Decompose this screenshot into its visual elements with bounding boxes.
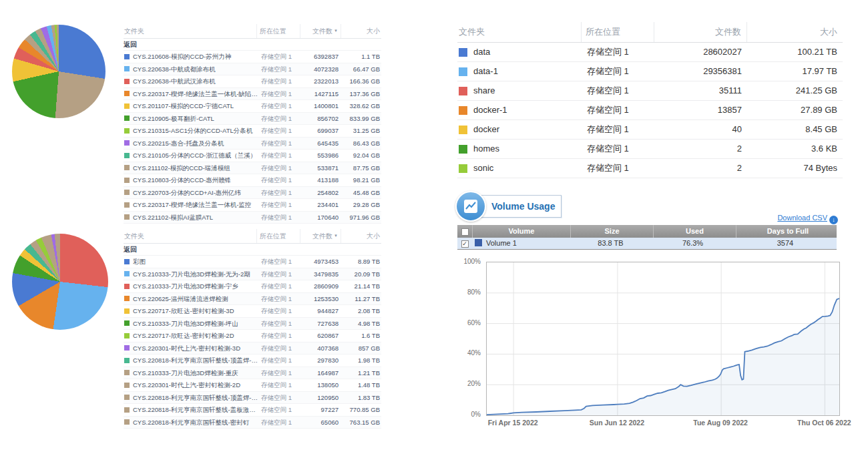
- folder-row[interactable]: CYS.220638-中航武汉涂布机 存储空间 1 2322013 166.36…: [124, 75, 381, 88]
- volume-name-cell: Volume 1: [472, 238, 570, 249]
- column-header-location[interactable]: 所在位置: [581, 22, 654, 42]
- select-all-cell[interactable]: [457, 225, 472, 238]
- folder-row[interactable]: CYS.220717-欣旺达-密封钉检测-2D 存储空间 1 620867 1.…: [124, 330, 381, 342]
- folder-row[interactable]: CYS.220317-楔焊-绝缘法兰盖一体机-监控 存储空间 1 234401 …: [124, 199, 381, 212]
- folder-row[interactable]: CYS.210803-分体的CCD-惠州赣锋 存储空间 1 413188 98.…: [124, 174, 381, 187]
- column-header-folder[interactable]: 文件夹: [457, 22, 581, 42]
- volume-row[interactable]: ✓ Volume 1 83.8 TB 76.3% 3574: [457, 238, 837, 249]
- folder-size: 763.15 GB: [341, 417, 381, 429]
- folder-size: 166.36 GB: [341, 75, 381, 87]
- folder-size: 1.48 TB: [341, 379, 381, 391]
- download-icon[interactable]: ↓: [829, 216, 838, 224]
- column-header-location[interactable]: 所在位置: [256, 24, 300, 38]
- folder-name: CYS.210333-刀片电池3D焊检测-重庆: [133, 367, 258, 379]
- folder-size-pie-bottom[interactable]: [12, 234, 108, 330]
- folder-row[interactable]: CYS.210315-ASC1分体的CCD-ATL分条机 存储空间 1 6990…: [124, 125, 381, 138]
- folder-size-pie-top[interactable]: [12, 25, 105, 118]
- folder-file-count: 620867: [301, 330, 341, 342]
- folder-name: CYS.210333-刀片电池3D焊检测-无为-2期: [133, 268, 258, 280]
- folder-row[interactable]: CYS.221102-模拟AI蓝膜ATL 存储空间 1 170640 971.9…: [124, 212, 381, 224]
- folder-row[interactable]: CYS.220818-利元亨南京国轩整线-密封钉 存储空间 1 65060 76…: [124, 417, 381, 429]
- folder-row[interactable]: CYS.201107-模拟的CCD-宁德CATL 存储空间 1 1400801 …: [124, 100, 381, 113]
- folder-row[interactable]: CYS.210608-模拟的CCD-苏州力神 存储空间 1 6392837 1.…: [124, 51, 381, 63]
- shared-folder-row[interactable]: data 存储空间 1 28602027 100.21 TB: [457, 43, 843, 62]
- folder-row[interactable]: CYS.210333-刀片电池3D焊检测-无为-2期 存储空间 1 347983…: [124, 268, 381, 281]
- shared-folder-row[interactable]: sonic 存储空间 1 2 74 Bytes: [457, 159, 843, 178]
- y-axis-label: 0%: [471, 411, 481, 418]
- back-link[interactable]: 返回: [124, 39, 381, 51]
- folder-file-count: 4973453: [301, 256, 341, 268]
- folder-row[interactable]: CYS.210333-刀片电池3D焊检测-坪山 存储空间 1 727638 4.…: [124, 318, 381, 330]
- folder-color-swatch: [124, 202, 130, 208]
- folder-color-swatch: [124, 116, 130, 121]
- folder-color-swatch: [124, 66, 130, 71]
- folder-location: 存储空间 1: [258, 150, 301, 162]
- column-header-days-to-full[interactable]: Days to Full: [736, 225, 839, 238]
- volume-used: 76.3%: [652, 238, 734, 249]
- folder-row[interactable]: 彩图 存储空间 1 4973453 8.89 TB: [124, 256, 381, 268]
- column-header-folder[interactable]: 文件夹: [124, 24, 256, 38]
- folder-row[interactable]: CYS.210905-极耳翻折-CATL 存储空间 1 856702 833.9…: [124, 113, 381, 126]
- folder-color-swatch: [459, 87, 467, 95]
- column-header-file-count[interactable]: 文件数▼: [300, 24, 341, 38]
- select-all-checkbox[interactable]: [461, 228, 469, 236]
- folder-file-count: 944827: [301, 305, 341, 317]
- folder-location: 存储空间 1: [258, 162, 301, 174]
- folder-row[interactable]: CYS.220717-欣旺达-密封钉检测-3D 存储空间 1 944827 2.…: [124, 305, 381, 318]
- folder-size: 27.89 GB: [747, 101, 843, 120]
- folder-size: 1.83 TB: [341, 392, 381, 404]
- column-header-folder[interactable]: 文件夹: [124, 229, 256, 243]
- folder-row[interactable]: CYS.220625-温州瑞浦流道焊检测 存储空间 1 1253530 11.2…: [124, 293, 381, 306]
- shared-folder-row[interactable]: docker 存储空间 1 40 8.45 GB: [457, 120, 843, 140]
- folder-file-count: 2: [655, 140, 747, 158]
- folder-row[interactable]: CYS.211102-模拟的CCD-瑞浦模组 存储空间 1 533871 87.…: [124, 162, 381, 175]
- folder-color-swatch: [124, 308, 130, 314]
- volume-checkbox[interactable]: ✓: [461, 240, 469, 248]
- x-axis-label: Tue Aug 09 2022: [693, 419, 748, 427]
- folder-row[interactable]: CYS.220818-利元亨南京国轩整线-顶盖焊-2D 存储空间 1 12095…: [124, 392, 381, 405]
- back-link[interactable]: 返回: [124, 244, 381, 256]
- column-header-size[interactable]: 大小: [341, 24, 381, 38]
- folder-name: CYS.220818-利元亨南京国轩整线-顶盖焊-3D: [133, 355, 258, 367]
- volume-usage-title: Volume Usage: [491, 201, 555, 212]
- column-header-location[interactable]: 所在位置: [256, 229, 300, 243]
- folder-size: 4.98 TB: [341, 318, 381, 330]
- shared-folder-row[interactable]: data-1 存储空间 1 29356381 17.97 TB: [457, 62, 843, 81]
- folder-color-swatch: [124, 333, 130, 338]
- folder-row[interactable]: CYS.220317-楔焊-绝缘法兰盖一体机-缺陷检测 存储空间 1 14271…: [124, 88, 381, 101]
- folder-row[interactable]: CYS.210105-分体的CCD-浙江德威（兰溪） 存储空间 1 553986…: [124, 150, 381, 162]
- folder-file-count: 727638: [301, 318, 341, 330]
- folder-row[interactable]: CYS.220301-时代上汽-密封钉检测-2D 存储空间 1 138050 1…: [124, 379, 381, 392]
- y-axis-label: 40%: [467, 349, 481, 357]
- column-header-size[interactable]: 大小: [341, 229, 381, 243]
- shared-folder-row[interactable]: homes 存储空间 1 2 3.6 KB: [457, 140, 843, 159]
- folder-row[interactable]: CYS.220215-惠合-托盘及分条机 存储空间 1 645435 86.43…: [124, 138, 381, 150]
- folder-row[interactable]: CYS.210333-刀片电池3D焊检测-宁乡 存储空间 1 2860909 2…: [124, 280, 381, 293]
- folder-row[interactable]: CYS.210333-刀片电池3D焊检测-重庆 存储空间 1 164987 1.…: [124, 367, 381, 380]
- folder-name: CYS.210803-分体的CCD-惠州赣锋: [133, 174, 258, 186]
- folder-name: sonic: [473, 159, 583, 178]
- folder-name: CYS.220301-时代上汽-密封钉检测-2D: [133, 379, 258, 391]
- x-axis-label: Sun Jun 12 2022: [590, 419, 644, 427]
- folder-row[interactable]: CYS.220638-中航成都涂布机 存储空间 1 4072328 66.47 …: [124, 63, 381, 76]
- column-header-file-count[interactable]: 文件数▼: [300, 229, 341, 243]
- column-header-file-count[interactable]: 文件数: [654, 22, 746, 42]
- folder-row[interactable]: CYS.220703-分体的CCD+AI-惠州亿纬 存储空间 1 254802 …: [124, 187, 381, 200]
- column-header-size[interactable]: 大小: [746, 22, 843, 42]
- folder-row[interactable]: CYS.220818-利元亨南京国轩整线-顶盖焊-3D 存储空间 1 29783…: [124, 355, 381, 367]
- column-header-used[interactable]: Used: [653, 225, 736, 238]
- folder-row[interactable]: CYS.220818-利元亨南京国轩整线-盖板激光cd焊前... 存储空间 1 …: [124, 404, 381, 417]
- folder-location: 存储空间 1: [258, 125, 301, 137]
- shared-folder-row[interactable]: docker-1 存储空间 1 13857 27.89 GB: [457, 101, 843, 120]
- folder-size: 11.27 TB: [341, 293, 381, 305]
- folder-color-swatch: [124, 271, 130, 276]
- column-header-size[interactable]: Size: [570, 225, 653, 238]
- download-csv-link[interactable]: Download CSV: [777, 214, 827, 222]
- folder-row[interactable]: CYS.220301-时代上汽-密封钉检测-3D 存储空间 1 407368 8…: [124, 342, 381, 355]
- folder-color-swatch: [124, 345, 130, 351]
- folder-size: 2.08 TB: [341, 305, 381, 317]
- shared-folder-row[interactable]: share 存储空间 1 35111 241.25 GB: [457, 81, 843, 101]
- folder-name: CYS.220717-欣旺达-密封钉检测-3D: [133, 305, 258, 317]
- folder-file-count: 407368: [301, 342, 341, 355]
- column-header-volume[interactable]: Volume: [472, 225, 570, 238]
